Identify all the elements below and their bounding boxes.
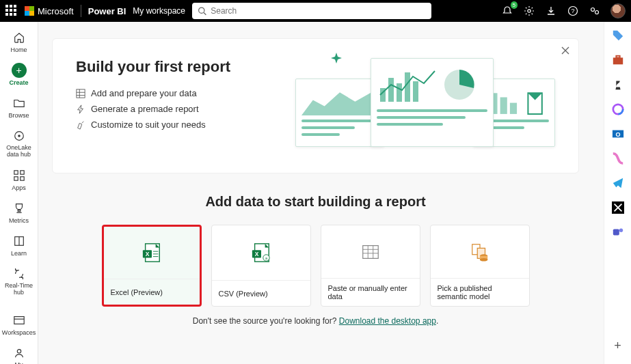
top-icon-group: 5 ? bbox=[501, 3, 626, 18]
workspaces-icon bbox=[12, 313, 27, 328]
svg-rect-12 bbox=[20, 177, 23, 180]
help-icon[interactable]: ? bbox=[567, 5, 579, 17]
nav-my-workspace[interactable]: My workspace bbox=[0, 341, 38, 364]
divider bbox=[81, 5, 81, 17]
nav-home[interactable]: Home bbox=[0, 26, 38, 57]
csv-icon: Xa bbox=[251, 242, 271, 263]
svg-point-17 bbox=[17, 349, 21, 352]
search-icon bbox=[198, 6, 206, 16]
left-nav: Home + Create Browse OneLake data hub Ap… bbox=[0, 22, 38, 364]
bullet-generate: Generate a premade report bbox=[76, 104, 230, 114]
svg-point-0 bbox=[199, 8, 204, 13]
chess-icon[interactable] bbox=[611, 78, 625, 92]
apps-icon bbox=[12, 168, 27, 183]
svg-rect-26 bbox=[405, 72, 410, 102]
settings-icon[interactable] bbox=[523, 5, 535, 17]
section-title: Add data to start building a report bbox=[52, 194, 579, 210]
search-box[interactable] bbox=[192, 3, 431, 19]
datahub-icon bbox=[12, 128, 27, 143]
model-icon bbox=[470, 242, 490, 262]
download-icon[interactable] bbox=[545, 5, 557, 17]
card-paste[interactable]: Paste or manually enter data bbox=[321, 225, 420, 307]
card-csv[interactable]: Xa CSV (Preview) bbox=[211, 225, 311, 307]
svg-rect-61 bbox=[613, 229, 619, 236]
card-semantic-model[interactable]: Pick a published semantic model bbox=[430, 225, 530, 307]
telegram-icon[interactable] bbox=[611, 176, 625, 190]
nav-realtime[interactable]: Real-Time hub bbox=[0, 262, 38, 300]
card-excel[interactable]: X Excel (Preview) bbox=[102, 225, 202, 307]
download-desktop-link[interactable]: Download the desktop app bbox=[339, 316, 436, 326]
svg-text:O: O bbox=[615, 131, 620, 138]
footer-line: Don't see the source you're looking for?… bbox=[52, 316, 579, 326]
feedback-icon[interactable] bbox=[589, 5, 601, 17]
teams-icon[interactable] bbox=[611, 225, 625, 239]
illustration-panel-center bbox=[371, 58, 494, 147]
close-icon[interactable] bbox=[561, 46, 570, 55]
lightning-icon bbox=[76, 104, 85, 114]
nav-onelake[interactable]: OneLake data hub bbox=[0, 124, 38, 163]
svg-rect-32 bbox=[510, 103, 517, 114]
svg-text:X: X bbox=[145, 251, 149, 257]
hero-text: Build your first report Add and prepare … bbox=[76, 58, 230, 154]
realtime-icon bbox=[12, 266, 27, 281]
folder-icon bbox=[12, 96, 27, 111]
bullet-customize: Customize to suit your needs bbox=[76, 120, 230, 130]
top-bar: Microsoft Power BI My workspace 5 ? bbox=[0, 0, 631, 22]
nav-apps[interactable]: Apps bbox=[0, 164, 38, 195]
svg-point-2 bbox=[528, 10, 531, 12]
nav-workspaces[interactable]: Workspaces bbox=[0, 309, 38, 340]
svg-line-1 bbox=[204, 12, 206, 14]
svg-point-5 bbox=[591, 8, 595, 12]
svg-point-62 bbox=[619, 229, 622, 232]
outlook-icon[interactable]: O bbox=[611, 127, 625, 141]
account-avatar[interactable] bbox=[610, 3, 626, 18]
table-icon bbox=[360, 242, 381, 262]
data-source-cards: X Excel (Preview) Xa CSV (Preview) Paste… bbox=[52, 225, 579, 307]
product-brand: Power BI bbox=[88, 6, 126, 16]
nav-browse[interactable]: Browse bbox=[0, 92, 38, 123]
add-app-button[interactable]: + bbox=[614, 339, 621, 353]
search-input[interactable] bbox=[211, 6, 426, 16]
x-icon[interactable] bbox=[611, 201, 625, 214]
svg-text:X: X bbox=[254, 251, 258, 257]
my-workspace-icon bbox=[12, 346, 27, 361]
card-label: CSV (Preview) bbox=[219, 290, 268, 298]
card-label: Pick a published semantic model bbox=[438, 284, 522, 300]
hero-bullets: Add and prepare your data Generate a pre… bbox=[76, 88, 230, 130]
right-rail: O + bbox=[604, 22, 631, 364]
svg-rect-11 bbox=[14, 177, 17, 180]
main-content: Build your first report Add and prepare … bbox=[38, 22, 604, 364]
nav-learn[interactable]: Learn bbox=[0, 229, 38, 261]
svg-rect-55 bbox=[616, 56, 619, 58]
brush-icon bbox=[76, 120, 85, 130]
grid-icon bbox=[76, 89, 85, 98]
tag-icon[interactable] bbox=[611, 29, 625, 42]
svg-rect-24 bbox=[388, 78, 394, 102]
trophy-icon bbox=[12, 201, 27, 216]
microsoft-logo: Microsoft bbox=[25, 6, 74, 16]
bullet-add-data: Add and prepare your data bbox=[76, 88, 230, 98]
copilot-icon[interactable] bbox=[611, 102, 625, 116]
plus-icon: + bbox=[12, 63, 27, 78]
svg-marker-22 bbox=[301, 89, 378, 115]
book-icon bbox=[12, 234, 27, 249]
hero-card: Build your first report Add and prepare … bbox=[52, 38, 579, 173]
home-icon bbox=[12, 30, 27, 45]
svg-rect-9 bbox=[14, 171, 17, 174]
microsoft-label: Microsoft bbox=[38, 6, 74, 16]
excel-icon: X bbox=[142, 242, 162, 263]
app-launcher-icon[interactable] bbox=[5, 5, 18, 17]
nav-create[interactable]: + Create bbox=[0, 59, 38, 90]
svg-point-53 bbox=[480, 257, 487, 261]
notifications-icon[interactable]: 5 bbox=[501, 5, 513, 17]
svg-text:?: ? bbox=[571, 8, 574, 14]
workspace-breadcrumb[interactable]: My workspace bbox=[133, 6, 185, 16]
briefcase-icon[interactable] bbox=[611, 53, 625, 67]
svg-rect-25 bbox=[397, 83, 402, 102]
svg-rect-10 bbox=[20, 171, 23, 174]
svg-point-8 bbox=[18, 135, 21, 137]
svg-rect-44 bbox=[362, 245, 378, 258]
svg-rect-27 bbox=[413, 81, 418, 102]
flow-icon[interactable] bbox=[611, 152, 625, 165]
nav-metrics[interactable]: Metrics bbox=[0, 197, 38, 228]
